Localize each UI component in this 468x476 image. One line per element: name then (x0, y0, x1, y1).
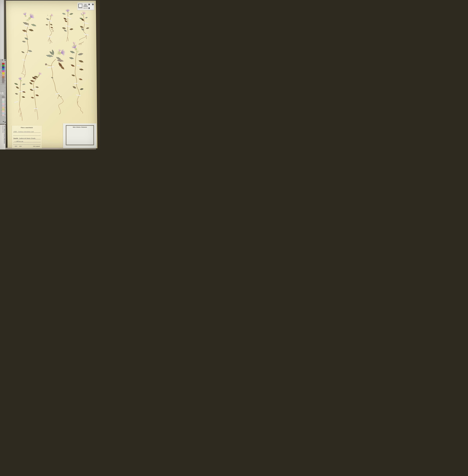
root (77, 94, 83, 113)
mounting-strip (47, 66, 54, 68)
root (52, 30, 54, 32)
leaf (79, 68, 84, 71)
stem (50, 16, 51, 28)
locality-line: Tenerife: Ladera de Santa Ursula, (13, 136, 40, 139)
color-patch (2, 70, 4, 72)
patch-ref-label: C8 (1, 109, 1, 109)
qr-finder-icon (88, 8, 90, 9)
color-patch (2, 68, 4, 70)
leaf (80, 88, 84, 90)
leaf (22, 96, 25, 98)
mm-number: 120 (5, 100, 5, 101)
root (56, 91, 63, 114)
university-name: University of Oslo (2, 125, 3, 149)
catalogue-code: O-V2317357 (78, 8, 83, 9)
mounting-strip (55, 93, 59, 94)
patch-ref-label: 09 (1, 98, 1, 98)
mounting-strip (74, 83, 78, 84)
patch-ref-label: B7 (1, 105, 1, 106)
color-patch (2, 96, 4, 98)
color-patch (2, 66, 4, 68)
label-footer: 19/5 1933 Erik Asplund. (13, 146, 40, 147)
dried-head (47, 15, 48, 15)
mm-number: 20 (5, 67, 5, 67)
color-patch (2, 107, 4, 109)
mounting-strip (83, 22, 88, 24)
leaf (24, 37, 29, 40)
patch-ref-label: B8 (1, 110, 1, 111)
uio-colon: : (4, 128, 5, 128)
leaf (64, 20, 68, 23)
mm-number: 80 (5, 87, 5, 88)
altitude-line: c. 600 m.s.m. (13, 139, 40, 142)
herbarium-name-line1: Herb. Univers. (83, 4, 88, 6)
root (21, 73, 26, 77)
root (78, 42, 84, 45)
leaf (70, 28, 73, 30)
specimen-bottom-left-2 (29, 72, 42, 120)
stem (33, 76, 39, 105)
leaf (78, 59, 84, 63)
grayscale-steps (2, 121, 4, 122)
leaf (71, 74, 75, 77)
root (51, 28, 53, 30)
collection-year: 1933 (19, 146, 22, 147)
patch-ref-label: 01 (1, 102, 1, 103)
leaf (62, 27, 66, 30)
root (19, 105, 22, 121)
leaf (63, 29, 67, 32)
institution-stamp-label: Herb. Univers. Osloensis (63, 123, 96, 148)
museum-title: UiO:Natural History Museum (4, 125, 5, 149)
leaf (15, 93, 18, 95)
patch-ref-label: 20 (1, 77, 1, 78)
leaf (28, 49, 32, 53)
mm-number: 100 (5, 94, 5, 95)
mm-number: 0 (5, 60, 5, 61)
color-patches-upper (2, 63, 4, 84)
specimen-top-left (21, 12, 37, 73)
patch-labels-upper: C1B1A1C2B2A2B5A52018171611 (0, 63, 2, 84)
color-patch (2, 76, 4, 78)
qr-finder-icon (88, 4, 90, 5)
mounting-strip (24, 33, 28, 34)
resolution-test-box: 4.55.03.66.3 (0, 92, 4, 95)
mounting-strip (32, 88, 37, 90)
mm-number: 180 (5, 121, 5, 122)
leaf (70, 50, 75, 54)
root (79, 31, 87, 40)
datamatrix-barcode (78, 4, 82, 8)
mm-number: 50 (5, 77, 5, 78)
collector-name: Erik Asplund. (33, 146, 40, 147)
color-calibration-ruler: mm Inch Patch Reference numbers on UTT 0… (0, 59, 6, 124)
uio-logo: UiO (4, 125, 5, 128)
specimen-top-middle (45, 14, 54, 44)
color-patch (2, 72, 4, 74)
mounting-strip (84, 33, 89, 35)
mm-number: 60 (5, 80, 5, 81)
flower-petal (51, 16, 53, 16)
patch-labels-lower: 1009030201C7B7A7C8B8A8C9B9 (0, 96, 2, 116)
dried-head (45, 63, 47, 65)
leaf (28, 28, 34, 32)
mm-number: 10 (5, 64, 5, 64)
inch-number: 0 (5, 118, 6, 119)
grayscale-step (3, 60, 4, 60)
leaf (62, 13, 66, 15)
uio-card-text: UiO:Natural History Museum University of… (0, 125, 5, 149)
specimen-top-center-right (62, 9, 73, 42)
color-patch (2, 111, 4, 112)
patch-ref-label: C7 (1, 104, 1, 104)
leaf (72, 85, 77, 89)
stem (25, 23, 29, 57)
mm-number: 140 (5, 107, 5, 108)
leaf (63, 17, 67, 20)
mm-number: 70 (5, 84, 5, 84)
color-patch (2, 109, 4, 111)
patch-ref-label: A2 (1, 71, 1, 72)
stem (19, 81, 21, 105)
patch-ref-label: A8 (1, 112, 1, 112)
mounting-strip (47, 36, 52, 38)
inch-number: 1 (5, 110, 6, 110)
root (50, 37, 50, 44)
leaf (35, 94, 39, 97)
